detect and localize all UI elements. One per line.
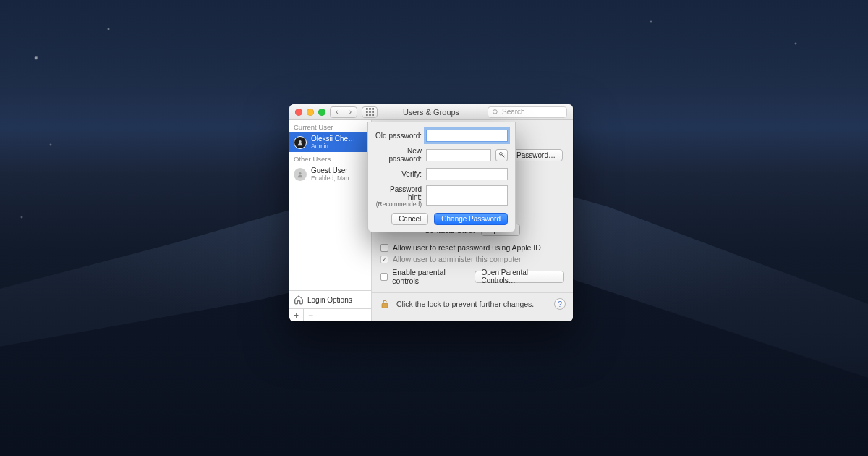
- allow-admin-checkbox: ✓: [380, 256, 388, 263]
- cancel-button[interactable]: Cancel: [391, 213, 428, 225]
- window-titlebar[interactable]: ‹ › Users & Groups Search: [289, 104, 573, 120]
- hint-label: Password hint: (Recommended): [375, 185, 422, 208]
- search-icon: [492, 109, 499, 116]
- sidebar-section-current: Current User: [289, 120, 371, 132]
- sidebar-item-guest-user[interactable]: Guest User Enabled, Man…: [289, 164, 371, 184]
- users-sidebar: Current User Oleksii Che… Admin Other Us…: [289, 120, 372, 321]
- parental-controls-label: Enable parental controls: [392, 268, 467, 285]
- sidebar-section-other: Other Users: [289, 152, 371, 164]
- password-assistant-button[interactable]: [495, 149, 508, 161]
- login-options[interactable]: Login Options: [289, 290, 371, 308]
- svg-rect-6: [366, 114, 368, 116]
- unlocked-lock-icon[interactable]: [379, 298, 391, 310]
- close-icon[interactable]: [295, 109, 302, 116]
- svg-rect-1: [369, 108, 371, 110]
- sidebar-item-current-user[interactable]: Oleksii Che… Admin: [289, 132, 371, 152]
- svg-rect-0: [366, 108, 368, 110]
- avatar-icon: [294, 136, 307, 149]
- verify-password-input[interactable]: [426, 168, 508, 180]
- desktop-wallpaper: ‹ › Users & Groups Search: [0, 0, 868, 456]
- svg-rect-4: [369, 111, 371, 113]
- new-password-label: New password:: [375, 147, 422, 163]
- change-password-sheet: Old password: New password: Verify: Pass…: [367, 122, 516, 232]
- window-traffic-lights: [289, 109, 326, 116]
- svg-point-12: [299, 172, 301, 174]
- allow-admin-label: Allow user to administer this computer: [393, 255, 521, 263]
- svg-rect-8: [372, 114, 374, 116]
- login-options-label: Login Options: [307, 296, 352, 304]
- new-password-input[interactable]: [426, 149, 491, 161]
- search-placeholder: Search: [502, 108, 525, 116]
- sidebar-item-role: Admin: [311, 143, 355, 150]
- old-password-label: Old password:: [375, 132, 422, 140]
- key-icon: [498, 151, 506, 159]
- svg-rect-13: [382, 303, 388, 308]
- nav-back-forward[interactable]: ‹ ›: [330, 106, 357, 118]
- forward-icon[interactable]: ›: [344, 107, 357, 117]
- minimize-icon[interactable]: [307, 109, 314, 116]
- svg-rect-5: [372, 111, 374, 113]
- password-hint-input[interactable]: [426, 185, 508, 206]
- add-user-button[interactable]: +: [289, 309, 304, 321]
- grid-icon: [366, 108, 374, 116]
- change-password-button[interactable]: Password…: [509, 149, 563, 161]
- svg-rect-7: [369, 114, 371, 116]
- parental-controls-checkbox[interactable]: [380, 273, 388, 281]
- open-parental-controls-button[interactable]: Open Parental Controls…: [475, 271, 564, 283]
- remove-user-button[interactable]: −: [304, 309, 318, 321]
- sidebar-item-label: Oleksii Che…: [311, 135, 355, 143]
- house-icon: [294, 295, 304, 305]
- change-password-confirm-button[interactable]: Change Password: [434, 213, 508, 225]
- lock-bar: Click the lock to prevent further change…: [372, 292, 573, 315]
- zoom-icon[interactable]: [318, 109, 326, 116]
- sidebar-item-label: Guest User: [311, 166, 355, 174]
- verify-label: Verify:: [375, 170, 422, 178]
- search-input[interactable]: Search: [488, 106, 567, 118]
- allow-reset-checkbox[interactable]: [380, 244, 388, 252]
- svg-point-9: [493, 109, 498, 114]
- svg-rect-3: [366, 111, 368, 113]
- allow-reset-label: Allow user to reset password using Apple…: [393, 243, 541, 252]
- sidebar-item-role: Enabled, Man…: [311, 174, 355, 182]
- lock-text: Click the lock to prevent further change…: [396, 300, 534, 308]
- add-remove-toolbar: + −: [289, 308, 371, 321]
- svg-rect-2: [372, 108, 374, 110]
- avatar-icon: [294, 168, 307, 181]
- help-button[interactable]: ?: [554, 298, 566, 310]
- back-icon[interactable]: ‹: [331, 107, 344, 117]
- old-password-input[interactable]: [426, 130, 508, 142]
- svg-point-11: [299, 140, 301, 143]
- svg-line-10: [497, 113, 498, 114]
- show-all-button[interactable]: [362, 106, 378, 118]
